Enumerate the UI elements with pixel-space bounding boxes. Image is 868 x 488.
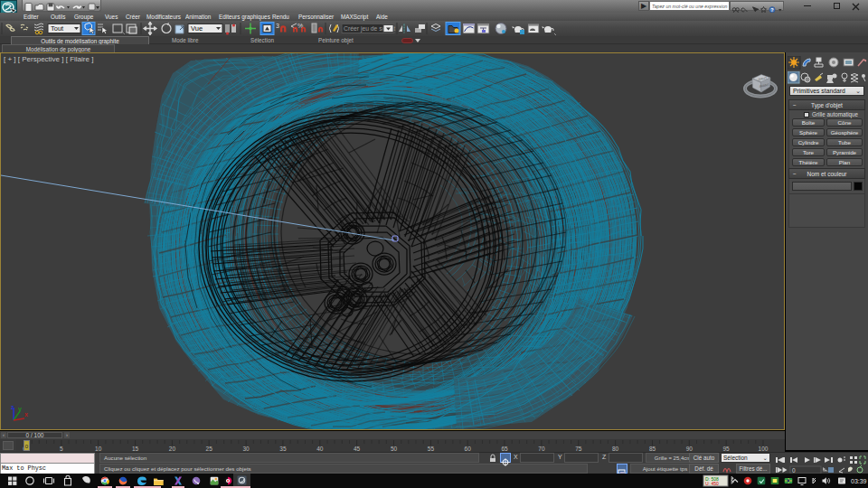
svg-text:Tout: Tout	[51, 24, 64, 33]
svg-text:55: 55	[428, 446, 435, 452]
svg-text:y: y	[18, 406, 22, 413]
svg-text:40: 40	[316, 446, 324, 452]
svg-text:70: 70	[538, 446, 545, 452]
svg-text:30: 30	[242, 446, 250, 452]
svg-text:Vue: Vue	[191, 24, 203, 33]
svg-text:85: 85	[649, 446, 656, 452]
svg-text:z: z	[11, 404, 14, 410]
svg-text:U: 450: U: 450	[705, 481, 719, 486]
svg-text:0: 0	[792, 467, 796, 474]
svg-text:60: 60	[465, 446, 472, 452]
svg-text:80: 80	[612, 446, 619, 452]
svg-text:100: 100	[759, 446, 769, 452]
svg-text:20: 20	[169, 446, 176, 452]
svg-text:45: 45	[354, 446, 361, 452]
svg-text:75: 75	[575, 446, 582, 452]
svg-text:15: 15	[132, 446, 139, 452]
svg-text:95: 95	[722, 446, 730, 452]
svg-text:65: 65	[501, 446, 508, 452]
svg-text:03:39: 03:39	[851, 478, 867, 484]
svg-text:10: 10	[95, 446, 102, 452]
svg-text:35: 35	[279, 446, 287, 452]
svg-text:5: 5	[60, 446, 63, 452]
svg-text:3: 3	[276, 23, 279, 29]
svg-text:25: 25	[206, 446, 213, 452]
svg-text:x: x	[24, 411, 28, 418]
svg-text:90: 90	[686, 446, 693, 452]
svg-text:50: 50	[391, 446, 398, 452]
